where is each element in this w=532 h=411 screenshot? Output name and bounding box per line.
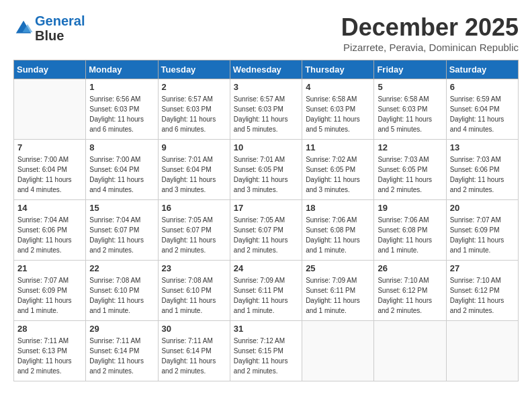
day-info: Sunrise: 7:10 AM Sunset: 6:12 PM Dayligh… (378, 275, 442, 316)
calendar-cell: 26 Sunrise: 7:10 AM Sunset: 6:12 PM Dayl… (374, 261, 446, 321)
day-info: Sunrise: 7:04 AM Sunset: 6:06 PM Dayligh… (17, 215, 82, 255)
calendar-cell: 28 Sunrise: 7:11 AM Sunset: 6:13 PM Dayl… (14, 321, 86, 381)
day-info: Sunrise: 7:09 AM Sunset: 6:11 PM Dayligh… (234, 275, 298, 316)
calendar-week-5: 28 Sunrise: 7:11 AM Sunset: 6:13 PM Dayl… (14, 321, 519, 381)
day-number: 24 (234, 263, 298, 273)
day-number: 12 (378, 142, 442, 152)
month-title: December 2025 (341, 13, 519, 42)
day-number: 20 (450, 203, 515, 213)
calendar-cell: 7 Sunrise: 7:00 AM Sunset: 6:04 PM Dayli… (14, 140, 86, 200)
day-number: 21 (17, 263, 82, 273)
calendar-cell: 1 Sunrise: 6:56 AM Sunset: 6:03 PM Dayli… (86, 79, 158, 140)
day-info: Sunrise: 7:11 AM Sunset: 6:14 PM Dayligh… (162, 336, 226, 376)
calendar-cell: 31 Sunrise: 7:12 AM Sunset: 6:15 PM Dayl… (230, 321, 302, 381)
weekday-header-monday: Monday (86, 60, 158, 79)
day-number: 25 (306, 263, 370, 273)
day-info: Sunrise: 7:03 AM Sunset: 6:05 PM Dayligh… (378, 154, 442, 195)
day-number: 17 (234, 203, 298, 213)
day-number: 3 (234, 82, 298, 92)
day-number: 28 (17, 324, 82, 334)
weekday-header-wednesday: Wednesday (230, 60, 302, 79)
day-number: 15 (89, 203, 154, 213)
day-info: Sunrise: 7:01 AM Sunset: 6:04 PM Dayligh… (162, 154, 226, 195)
calendar-cell: 2 Sunrise: 6:57 AM Sunset: 6:03 PM Dayli… (158, 79, 230, 140)
day-info: Sunrise: 7:07 AM Sunset: 6:09 PM Dayligh… (17, 275, 82, 316)
calendar-cell: 8 Sunrise: 7:00 AM Sunset: 6:04 PM Dayli… (86, 140, 158, 200)
logo-text-general: General (35, 13, 85, 28)
page-header: General Blue December 2025 Pizarrete, Pe… (13, 13, 519, 53)
day-info: Sunrise: 7:00 AM Sunset: 6:04 PM Dayligh… (89, 154, 154, 195)
calendar-cell: 6 Sunrise: 6:59 AM Sunset: 6:04 PM Dayli… (446, 79, 518, 140)
calendar-cell: 20 Sunrise: 7:07 AM Sunset: 6:09 PM Dayl… (446, 200, 518, 261)
day-info: Sunrise: 6:58 AM Sunset: 6:03 PM Dayligh… (306, 94, 370, 134)
calendar-cell: 27 Sunrise: 7:10 AM Sunset: 6:12 PM Dayl… (446, 261, 518, 321)
calendar-week-2: 7 Sunrise: 7:00 AM Sunset: 6:04 PM Dayli… (14, 140, 519, 200)
calendar-cell (374, 321, 446, 381)
calendar-cell: 24 Sunrise: 7:09 AM Sunset: 6:11 PM Dayl… (230, 261, 302, 321)
day-info: Sunrise: 7:11 AM Sunset: 6:13 PM Dayligh… (17, 336, 82, 376)
location-subtitle: Pizarrete, Peravia, Dominican Republic (341, 42, 519, 53)
calendar-cell: 12 Sunrise: 7:03 AM Sunset: 6:05 PM Dayl… (374, 140, 446, 200)
calendar-cell: 14 Sunrise: 7:04 AM Sunset: 6:06 PM Dayl… (14, 200, 86, 261)
calendar-cell: 16 Sunrise: 7:05 AM Sunset: 6:07 PM Dayl… (158, 200, 230, 261)
calendar-cell: 29 Sunrise: 7:11 AM Sunset: 6:14 PM Dayl… (86, 321, 158, 381)
day-info: Sunrise: 6:56 AM Sunset: 6:03 PM Dayligh… (89, 94, 154, 134)
calendar-cell (446, 321, 518, 381)
day-info: Sunrise: 7:08 AM Sunset: 6:10 PM Dayligh… (162, 275, 226, 316)
calendar-cell: 18 Sunrise: 7:06 AM Sunset: 6:08 PM Dayl… (302, 200, 374, 261)
calendar-week-4: 21 Sunrise: 7:07 AM Sunset: 6:09 PM Dayl… (14, 261, 519, 321)
day-info: Sunrise: 7:06 AM Sunset: 6:08 PM Dayligh… (378, 215, 442, 255)
calendar-week-1: 1 Sunrise: 6:56 AM Sunset: 6:03 PM Dayli… (14, 79, 519, 140)
day-number: 14 (17, 203, 82, 213)
calendar-cell: 25 Sunrise: 7:09 AM Sunset: 6:11 PM Dayl… (302, 261, 374, 321)
calendar-cell (302, 321, 374, 381)
day-number: 6 (450, 82, 515, 92)
calendar-table: SundayMondayTuesdayWednesdayThursdayFrid… (13, 60, 519, 381)
day-number: 30 (162, 324, 226, 334)
day-number: 11 (306, 142, 370, 152)
calendar-cell: 30 Sunrise: 7:11 AM Sunset: 6:14 PM Dayl… (158, 321, 230, 381)
day-number: 9 (162, 142, 226, 152)
day-number: 22 (89, 263, 154, 273)
day-info: Sunrise: 7:00 AM Sunset: 6:04 PM Dayligh… (17, 154, 82, 195)
logo-icon (13, 18, 34, 38)
day-number: 27 (450, 263, 515, 273)
day-info: Sunrise: 7:11 AM Sunset: 6:14 PM Dayligh… (89, 336, 154, 376)
calendar-cell: 3 Sunrise: 6:57 AM Sunset: 6:03 PM Dayli… (230, 79, 302, 140)
day-number: 16 (162, 203, 226, 213)
calendar-cell: 21 Sunrise: 7:07 AM Sunset: 6:09 PM Dayl… (14, 261, 86, 321)
day-number: 23 (162, 263, 226, 273)
day-info: Sunrise: 6:59 AM Sunset: 6:04 PM Dayligh… (450, 94, 515, 134)
day-info: Sunrise: 7:02 AM Sunset: 6:05 PM Dayligh… (306, 154, 370, 195)
day-info: Sunrise: 7:06 AM Sunset: 6:08 PM Dayligh… (306, 215, 370, 255)
day-info: Sunrise: 6:58 AM Sunset: 6:03 PM Dayligh… (378, 94, 442, 134)
day-number: 1 (89, 82, 154, 92)
calendar-cell: 11 Sunrise: 7:02 AM Sunset: 6:05 PM Dayl… (302, 140, 374, 200)
calendar-cell: 15 Sunrise: 7:04 AM Sunset: 6:07 PM Dayl… (86, 200, 158, 261)
day-info: Sunrise: 6:57 AM Sunset: 6:03 PM Dayligh… (162, 94, 226, 134)
weekday-header-friday: Friday (374, 60, 446, 79)
day-info: Sunrise: 7:07 AM Sunset: 6:09 PM Dayligh… (450, 215, 515, 255)
weekday-header-saturday: Saturday (446, 60, 518, 79)
day-info: Sunrise: 7:05 AM Sunset: 6:07 PM Dayligh… (234, 215, 298, 255)
day-number: 4 (306, 82, 370, 92)
day-info: Sunrise: 7:05 AM Sunset: 6:07 PM Dayligh… (162, 215, 226, 255)
logo: General Blue (13, 13, 85, 43)
calendar-cell: 13 Sunrise: 7:03 AM Sunset: 6:06 PM Dayl… (446, 140, 518, 200)
day-info: Sunrise: 7:08 AM Sunset: 6:10 PM Dayligh… (89, 275, 154, 316)
calendar-cell: 9 Sunrise: 7:01 AM Sunset: 6:04 PM Dayli… (158, 140, 230, 200)
calendar-cell: 22 Sunrise: 7:08 AM Sunset: 6:10 PM Dayl… (86, 261, 158, 321)
calendar-cell: 17 Sunrise: 7:05 AM Sunset: 6:07 PM Dayl… (230, 200, 302, 261)
calendar-cell: 19 Sunrise: 7:06 AM Sunset: 6:08 PM Dayl… (374, 200, 446, 261)
day-number: 13 (450, 142, 515, 152)
calendar-week-3: 14 Sunrise: 7:04 AM Sunset: 6:06 PM Dayl… (14, 200, 519, 261)
weekday-header-tuesday: Tuesday (158, 60, 230, 79)
day-info: Sunrise: 7:01 AM Sunset: 6:05 PM Dayligh… (234, 154, 298, 195)
day-info: Sunrise: 7:12 AM Sunset: 6:15 PM Dayligh… (234, 336, 298, 376)
day-info: Sunrise: 6:57 AM Sunset: 6:03 PM Dayligh… (234, 94, 298, 134)
day-number: 29 (89, 324, 154, 334)
day-info: Sunrise: 7:09 AM Sunset: 6:11 PM Dayligh… (306, 275, 370, 316)
day-number: 7 (17, 142, 82, 152)
weekday-header-thursday: Thursday (302, 60, 374, 79)
calendar-cell: 23 Sunrise: 7:08 AM Sunset: 6:10 PM Dayl… (158, 261, 230, 321)
